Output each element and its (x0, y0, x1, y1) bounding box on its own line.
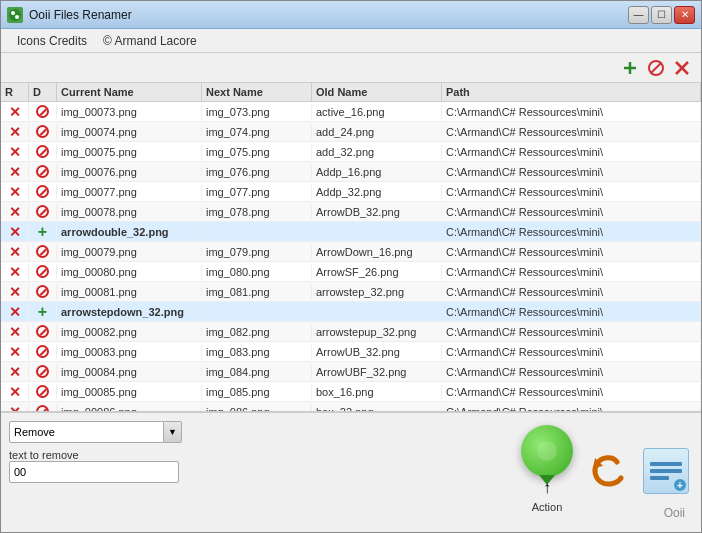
table-row[interactable]: ✕img_00076.pngimg_076.pngAddp_16.pngC:\A… (1, 162, 701, 182)
cell-path: C:\Armand\C# Ressources\mini\ (442, 365, 701, 379)
cell-duplicate[interactable] (29, 324, 57, 339)
green-circle-icon (521, 425, 573, 477)
cell-remove[interactable]: ✕ (1, 343, 29, 361)
cell-remove[interactable]: ✕ (1, 283, 29, 301)
cell-duplicate[interactable] (29, 124, 57, 139)
cell-current-name: arrowdouble_32.png (57, 225, 202, 239)
cell-duplicate[interactable] (29, 104, 57, 119)
cell-old-name: Addp_16.png (312, 165, 442, 179)
action-buttons-area: ↑ Action + (209, 421, 693, 524)
cell-next-name: img_074.png (202, 125, 312, 139)
table-row[interactable]: ✕img_00077.pngimg_077.pngAddp_32.pngC:\A… (1, 182, 701, 202)
cell-remove[interactable]: ✕ (1, 263, 29, 281)
cell-remove[interactable]: ✕ (1, 383, 29, 401)
cell-path: C:\Armand\C# Ressources\mini\ (442, 405, 701, 412)
menu-icons-credits[interactable]: Icons Credits (9, 32, 95, 50)
table-row[interactable]: ✕img_00075.pngimg_075.pngadd_32.pngC:\Ar… (1, 142, 701, 162)
cell-current-name: img_00079.png (57, 245, 202, 259)
table-row[interactable]: ✕img_00083.pngimg_083.pngArrowUB_32.pngC… (1, 342, 701, 362)
cell-remove[interactable]: ✕ (1, 123, 29, 141)
table-row[interactable]: ✕img_00080.pngimg_080.pngArrowSF_26.pngC… (1, 262, 701, 282)
undo-button[interactable] (585, 448, 631, 494)
cell-duplicate[interactable] (29, 404, 57, 411)
cell-path: C:\Armand\C# Ressources\mini\ (442, 105, 701, 119)
table-row[interactable]: ✕img_00073.pngimg_073.pngactive_16.pngC:… (1, 102, 701, 122)
text-to-remove-input[interactable] (9, 461, 179, 483)
cell-current-name: img_00085.png (57, 385, 202, 399)
cell-next-name: img_081.png (202, 285, 312, 299)
add-files-button[interactable] (619, 57, 641, 79)
cell-duplicate[interactable]: + (29, 303, 57, 321)
file-table: R D Current Name Next Name Old Name Path… (1, 83, 701, 412)
cell-current-name: img_00080.png (57, 265, 202, 279)
cell-duplicate[interactable] (29, 284, 57, 299)
cell-duplicate[interactable] (29, 344, 57, 359)
app-icon (7, 7, 23, 23)
table-row[interactable]: ✕img_00086.pngimg_086.pngbox_22.pngC:\Ar… (1, 402, 701, 411)
cell-remove[interactable]: ✕ (1, 303, 29, 321)
cell-path: C:\Armand\C# Ressources\mini\ (442, 305, 701, 319)
cell-current-name: img_00082.png (57, 325, 202, 339)
action-controls: Remove Add Replace Rename ▼ text to remo… (9, 421, 209, 483)
close-files-button[interactable] (671, 57, 693, 79)
cell-next-name: img_083.png (202, 345, 312, 359)
cell-duplicate[interactable] (29, 184, 57, 199)
list-action-button[interactable]: + (643, 448, 689, 494)
table-row[interactable]: ✕img_00081.pngimg_081.pngarrowstep_32.pn… (1, 282, 701, 302)
cell-remove[interactable]: ✕ (1, 103, 29, 121)
cell-duplicate[interactable] (29, 244, 57, 259)
cell-remove[interactable]: ✕ (1, 363, 29, 381)
cell-duplicate[interactable] (29, 164, 57, 179)
text-input-label-container: text to remove (9, 449, 209, 483)
table-row[interactable]: ✕img_00078.pngimg_078.pngArrowDB_32.pngC… (1, 202, 701, 222)
action-dropdown[interactable]: Remove Add Replace Rename (9, 421, 164, 443)
cell-remove[interactable]: ✕ (1, 183, 29, 201)
undo-icon (585, 448, 631, 494)
cell-duplicate[interactable]: + (29, 223, 57, 241)
cell-remove[interactable]: ✕ (1, 223, 29, 241)
header-d: D (29, 83, 57, 101)
execute-action-button[interactable]: ↑ Action (521, 425, 573, 513)
cell-path: C:\Armand\C# Ressources\mini\ (442, 245, 701, 259)
cell-current-name: img_00084.png (57, 365, 202, 379)
cell-remove[interactable]: ✕ (1, 243, 29, 261)
header-r: R (1, 83, 29, 101)
table-row[interactable]: ✕+arrowstepdown_32.pngC:\Armand\C# Resso… (1, 302, 701, 322)
maximize-button[interactable]: ☐ (651, 6, 672, 24)
cell-remove[interactable]: ✕ (1, 143, 29, 161)
toolbar (1, 53, 701, 83)
table-row[interactable]: ✕+arrowdouble_32.pngC:\Armand\C# Ressour… (1, 222, 701, 242)
cell-remove[interactable]: ✕ (1, 163, 29, 181)
close-button[interactable]: ✕ (674, 6, 695, 24)
cell-path: C:\Armand\C# Ressources\mini\ (442, 345, 701, 359)
table-row[interactable]: ✕img_00074.pngimg_074.pngadd_24.pngC:\Ar… (1, 122, 701, 142)
cell-remove[interactable]: ✕ (1, 323, 29, 341)
cell-current-name: img_00081.png (57, 285, 202, 299)
table-row[interactable]: ✕img_00085.pngimg_085.pngbox_16.pngC:\Ar… (1, 382, 701, 402)
svg-point-1 (11, 11, 15, 15)
cell-duplicate[interactable] (29, 264, 57, 279)
cell-duplicate[interactable] (29, 144, 57, 159)
minimize-button[interactable]: — (628, 6, 649, 24)
cell-duplicate[interactable] (29, 384, 57, 399)
cell-current-name: arrowstepdown_32.png (57, 305, 202, 319)
cell-path: C:\Armand\C# Ressources\mini\ (442, 145, 701, 159)
table-row[interactable]: ✕img_00082.pngimg_082.pngarrowstepup_32.… (1, 322, 701, 342)
svg-line-6 (651, 63, 661, 73)
dropdown-arrow-icon[interactable]: ▼ (164, 421, 182, 443)
clear-button[interactable] (645, 57, 667, 79)
table-row[interactable]: ✕img_00084.pngimg_084.pngArrowUBF_32.png… (1, 362, 701, 382)
cell-old-name (312, 231, 442, 233)
cell-next-name: img_076.png (202, 165, 312, 179)
cell-duplicate[interactable] (29, 364, 57, 379)
cell-next-name: img_082.png (202, 325, 312, 339)
cell-remove[interactable]: ✕ (1, 403, 29, 412)
table-row[interactable]: ✕img_00079.pngimg_079.pngArrowDown_16.pn… (1, 242, 701, 262)
cell-path: C:\Armand\C# Ressources\mini\ (442, 285, 701, 299)
cell-remove[interactable]: ✕ (1, 203, 29, 221)
cell-old-name: ArrowDB_32.png (312, 205, 442, 219)
cell-path: C:\Armand\C# Ressources\mini\ (442, 385, 701, 399)
ooii-brand-label: Ooii (664, 506, 685, 520)
cell-duplicate[interactable] (29, 204, 57, 219)
list-icon: + (643, 448, 689, 494)
